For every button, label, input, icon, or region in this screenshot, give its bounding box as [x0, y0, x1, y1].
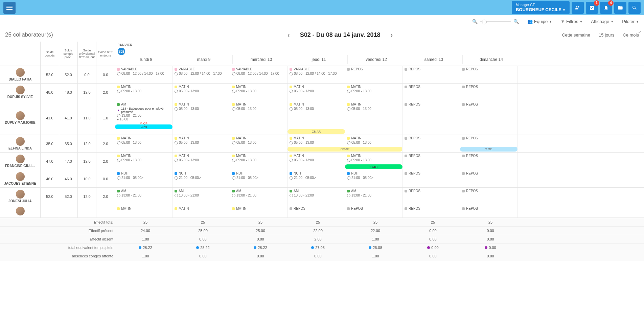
employee-row[interactable]: MATINMATINMATINREPOSREPOSREPOSREPOS: [0, 205, 644, 218]
schedule-cell[interactable]: MATIN 05:00 - 13:00: [345, 101, 402, 135]
employee-row[interactable]: JACQUES ETIENNE46.046.010.00.0NUIT 21:00…: [0, 170, 644, 188]
employee-row[interactable]: ELFINA LINDA35.035.012.02.0MATIN 05:00 -…: [0, 135, 644, 153]
search-button[interactable]: [628, 2, 641, 14]
zoom-control[interactable]: 🔍 🔍: [472, 19, 519, 24]
folder-button[interactable]: [614, 2, 626, 14]
schedule-cell[interactable]: NUIT 21:00 - 05:00>: [288, 170, 345, 187]
schedule-cell[interactable]: NUIT 21:00 - 05:00>: [172, 170, 230, 187]
view-this-month[interactable]: Ce mois: [623, 32, 639, 38]
schedule-cell[interactable]: REPOS: [402, 153, 460, 170]
schedule-cell[interactable]: MATIN 05:00 - 13:00: [230, 135, 288, 152]
schedule-cell[interactable]: REPOS: [460, 84, 518, 101]
schedule-cell[interactable]: REPOS: [460, 153, 518, 170]
employee-cell[interactable]: DUPUY MARJORIE: [0, 101, 41, 135]
user-menu[interactable]: Manager GT BOURGNEUF CECILE ▼: [512, 1, 570, 15]
schedule-cell[interactable]: VARIABLE 08:00 - 12:00 / 14:00 - 17:00: [230, 66, 288, 83]
zoom-slider[interactable]: [480, 21, 511, 22]
view-15-days[interactable]: 15 jours: [599, 32, 614, 38]
schedule-cell[interactable]: REPOS: [402, 188, 460, 205]
schedule-cell[interactable]: REPOS? RC: [460, 135, 518, 152]
prev-week[interactable]: ‹: [288, 31, 290, 39]
schedule-cell[interactable]: MATIN 05:00 - 13:00CMAR: [288, 101, 345, 135]
next-week[interactable]: ›: [391, 31, 393, 39]
schedule-cell[interactable]: MATIN 05:00 - 13:00: [230, 101, 288, 135]
zoom-out-icon[interactable]: 🔍: [472, 19, 478, 24]
schedule-cell[interactable]: REPOS: [460, 66, 518, 83]
schedule-cell[interactable]: MATIN: [230, 205, 288, 217]
schedule-cell[interactable]: MATIN 05:00 - 13:00: [288, 84, 345, 101]
balance-value: 12.0: [78, 135, 96, 152]
schedule-cell[interactable]: REPOS: [402, 205, 460, 217]
schedule-cell[interactable]: REPOS: [345, 205, 402, 217]
schedule-cell[interactable]: REPOS: [288, 205, 345, 217]
schedule-cell[interactable]: MATIN 05:00 - 13:00: [115, 153, 172, 170]
schedule-cell[interactable]: NUIT 21:00 - 05:00>: [115, 170, 172, 187]
employee-cell[interactable]: DUPUIS SYLVIE: [0, 84, 41, 101]
notifications-button[interactable]: 4: [600, 2, 612, 14]
employee-row[interactable]: DIALLO FATIA52.052.00.00.0VARIABLE 08:00…: [0, 66, 644, 84]
zoom-in-icon[interactable]: 🔍: [513, 19, 519, 24]
schedule-cell[interactable]: REPOS: [402, 135, 460, 152]
view-this-week[interactable]: Cette semaine: [562, 32, 590, 38]
schedule-cell[interactable]: VARIABLE 08:00 - 12:00 / 14:00 - 17:00: [172, 66, 230, 83]
employee-cell[interactable]: [0, 205, 41, 217]
schedule-cell[interactable]: MATIN 05:00 - 13:00: [230, 153, 288, 170]
schedule-cell[interactable]: MATIN 05:00 - 13:00: [172, 153, 230, 170]
schedule-cell[interactable]: AM 13:00 - 21:00: [172, 188, 230, 205]
schedule-cell[interactable]: MATIN 05:00 - 13:00: [172, 101, 230, 135]
schedule-cell[interactable]: MATIN 05:00 - 13:00: [345, 84, 402, 101]
employee-row[interactable]: FRANCINE GIULI...47.047.012.02.0MATIN 05…: [0, 153, 644, 170]
schedule-cell[interactable]: AM 13:00 - 21:00: [288, 188, 345, 205]
tasks-button[interactable]: 1: [586, 2, 598, 14]
absence-pill[interactable]: ? RC: [460, 147, 518, 152]
absence-pill[interactable]: CPR: [115, 124, 172, 129]
expand-icon[interactable]: ⤢: [638, 30, 641, 34]
schedule-cell[interactable]: MATIN 05:00 - 13:00: [172, 135, 230, 152]
schedule-cell[interactable]: VARIABLE 08:00 - 12:00 / 14:00 - 17:00: [115, 66, 172, 83]
employee-row[interactable]: DUPUIS SYLVIE48.048.012.02.0MATIN 05:00 …: [0, 84, 644, 101]
schedule-cell[interactable]: AM▲ 118 - Badgeages pour employé présumé…: [115, 101, 172, 135]
schedule-cell[interactable]: MATIN 05:00 - 13:00: [230, 84, 288, 101]
team-button[interactable]: [572, 2, 584, 14]
absence-pill[interactable]: CMAR: [288, 129, 345, 134]
schedule-cell[interactable]: NUIT 21:00 - 05:00>: [230, 170, 288, 187]
piloter-dropdown[interactable]: Piloter ▼: [622, 19, 639, 24]
affichage-dropdown[interactable]: Affichage ▼: [591, 19, 614, 24]
absence-pill[interactable]: ? CET: [345, 164, 402, 169]
summary-value: 0.00: [404, 237, 462, 241]
menu-button[interactable]: [3, 2, 16, 14]
schedule-cell[interactable]: REPOS: [402, 170, 460, 187]
schedule-cell[interactable]: NUIT 21:00 - 05:00>: [345, 170, 402, 187]
employee-row[interactable]: JONESI JULIA52.052.012.02.0AM 13:00 - 21…: [0, 188, 644, 205]
schedule-cell[interactable]: MATIN 05:00 - 13:00: [115, 135, 172, 152]
equipe-dropdown[interactable]: 👥 Equipe ▼: [527, 19, 552, 24]
employee-cell[interactable]: JONESI JULIA: [0, 188, 41, 205]
schedule-cell[interactable]: AM 13:00 - 21:00: [230, 188, 288, 205]
schedule-cell[interactable]: REPOS: [402, 84, 460, 101]
employee-row[interactable]: DUPUY MARJORIE41.041.011.01.0AM▲ 118 - B…: [0, 101, 644, 135]
employee-cell[interactable]: JACQUES ETIENNE: [0, 170, 41, 187]
employee-cell[interactable]: ELFINA LINDA: [0, 135, 41, 152]
schedule-cell[interactable]: VARIABLE 08:00 - 12:00 / 14:00 - 17:00: [288, 66, 345, 83]
schedule-cell[interactable]: REPOS: [345, 66, 402, 83]
schedule-cell[interactable]: MATIN 05:00 - 13:00CMAR: [288, 135, 345, 152]
schedule-cell[interactable]: MATIN 05:00 - 13:00: [288, 153, 345, 170]
schedule-cell[interactable]: MATIN: [115, 205, 172, 217]
schedule-cell[interactable]: REPOS: [402, 66, 460, 83]
schedule-cell[interactable]: MATIN 05:00 - 13:00? CET: [345, 153, 402, 170]
summary-value: 22.00: [289, 229, 347, 233]
schedule-cell[interactable]: AM 13:00 - 21:00: [345, 188, 402, 205]
schedule-cell[interactable]: REPOS: [460, 170, 518, 187]
schedule-cell[interactable]: REPOS: [460, 188, 518, 205]
schedule-cell[interactable]: MATIN 05:00 - 13:00: [172, 84, 230, 101]
schedule-cell[interactable]: MATIN 05:00 - 13:00: [115, 84, 172, 101]
schedule-cell[interactable]: REPOS: [460, 205, 518, 217]
schedule-cell[interactable]: MATIN 05:00 - 13:00: [345, 135, 402, 152]
employee-cell[interactable]: FRANCINE GIULI...: [0, 153, 41, 170]
schedule-cell[interactable]: REPOS: [402, 101, 460, 135]
employee-cell[interactable]: DIALLO FATIA: [0, 66, 41, 83]
schedule-cell[interactable]: MATIN: [172, 205, 230, 217]
schedule-cell[interactable]: REPOS: [460, 101, 518, 135]
filtres-dropdown[interactable]: ▼ Filtres ▼: [560, 19, 582, 24]
schedule-cell[interactable]: AM 13:00 - 21:00: [115, 188, 172, 205]
